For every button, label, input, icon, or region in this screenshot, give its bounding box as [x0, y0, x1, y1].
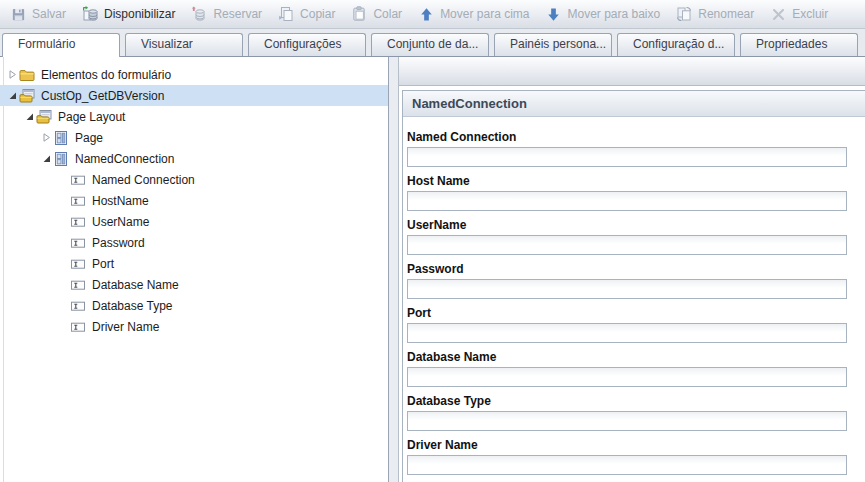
- reserve-icon: [191, 6, 207, 22]
- tab-conjunto-de-da[interactable]: Conjunto de da...: [371, 33, 489, 56]
- toolbar-button-label: Renomear: [698, 7, 754, 21]
- textfield-icon: [70, 319, 86, 335]
- toolbar-button-label: Disponibilizar: [104, 7, 175, 21]
- tree-item-username[interactable]: UserName: [0, 211, 388, 232]
- expander-expanded-icon[interactable]: [23, 112, 36, 121]
- panel-splitter[interactable]: [389, 57, 399, 482]
- tree-item-label: Database Name: [92, 278, 179, 292]
- rename-icon: [676, 6, 692, 22]
- expander-collapsed-icon[interactable]: [40, 133, 53, 142]
- named-connection-panel: NamedConnection Named ConnectionHost Nam…: [402, 90, 865, 482]
- toolbar-button-disponibilizar[interactable]: Disponibilizar: [82, 6, 175, 22]
- folder-icon: [19, 67, 35, 83]
- arrow-up-icon: [418, 6, 434, 22]
- tab-propriedades[interactable]: Propriedades: [740, 33, 858, 56]
- textfield-icon: [70, 235, 86, 251]
- form-field-host-name: Host Name: [407, 174, 865, 211]
- field-label: Password: [407, 262, 865, 276]
- field-input-database-name[interactable]: [407, 367, 847, 387]
- editor-panel: NamedConnection Named ConnectionHost Nam…: [399, 57, 865, 482]
- field-input-host-name[interactable]: [407, 191, 847, 211]
- form-field-database-type: Database Type: [407, 394, 865, 431]
- arrow-down-icon: [546, 6, 562, 22]
- field-input-password[interactable]: [407, 279, 847, 299]
- toolbar-button-colar: Colar: [351, 6, 402, 22]
- toolbar-button-label: Salvar: [32, 7, 66, 21]
- textfield-icon: [70, 277, 86, 293]
- tab-configuracao-d[interactable]: Configuração d...: [617, 33, 735, 56]
- tab-visualizar[interactable]: Visualizar: [125, 33, 243, 56]
- toolbar-button-salvar: Salvar: [10, 6, 66, 22]
- tree-item-label: Elementos do formulário: [41, 68, 171, 82]
- expander-expanded-icon[interactable]: [40, 154, 53, 163]
- tree-item-database-type[interactable]: Database Type: [0, 295, 388, 316]
- tree-item-label: HostName: [92, 194, 149, 208]
- tree-item-label: Named Connection: [92, 173, 195, 187]
- paste-icon: [351, 6, 367, 22]
- tree-item-label: Driver Name: [92, 320, 159, 334]
- toolbar-button-copiar: Copiar: [278, 6, 335, 22]
- tab-paineis-persona[interactable]: Painéis persona...: [494, 33, 612, 56]
- tree-item-label: Password: [92, 236, 145, 250]
- copy-icon: [278, 6, 294, 22]
- editor-header-strip: [399, 57, 865, 86]
- toolbar-button-label: Mover para cima: [440, 7, 529, 21]
- form-icon: [36, 109, 52, 125]
- field-label: Named Connection: [407, 130, 865, 144]
- tab-formulario[interactable]: Formulário: [2, 33, 120, 57]
- tree-item-page-layout[interactable]: Page Layout: [0, 106, 388, 127]
- form-icon: [19, 88, 35, 104]
- field-label: Port: [407, 306, 865, 320]
- toolbar-button-label: Mover para baixo: [568, 7, 661, 21]
- toolbar-button-label: Colar: [373, 7, 402, 21]
- expander-collapsed-icon[interactable]: [6, 70, 19, 79]
- tree-item-label: CustOp_GetDBVersion: [41, 89, 164, 103]
- tree-item-elementos-do-formulario[interactable]: Elementos do formulário: [0, 64, 388, 85]
- toolbar: SalvarDisponibilizarReservarCopiarColarM…: [0, 0, 865, 29]
- connection-form: Named ConnectionHost NameUserNamePasswor…: [403, 117, 865, 475]
- tree-item-namedconnection[interactable]: NamedConnection: [0, 148, 388, 169]
- textfield-icon: [70, 256, 86, 272]
- toolbar-button-excluir: Excluir: [770, 6, 828, 22]
- tab-configuracoes[interactable]: Configurações: [248, 33, 366, 56]
- delete-icon: [770, 6, 786, 22]
- save-icon: [10, 6, 26, 22]
- field-input-username[interactable]: [407, 235, 847, 255]
- toolbar-button-mover-para-baixo: Mover para baixo: [546, 6, 661, 22]
- main-area: Elementos do formulárioCustOp_GetDBVersi…: [0, 57, 865, 482]
- toolbar-button-renomear: Renomear: [676, 6, 754, 22]
- tree-item-custop-getdbversion[interactable]: CustOp_GetDBVersion: [0, 85, 388, 106]
- tree-item-label: UserName: [92, 215, 149, 229]
- tree-item-driver-name[interactable]: Driver Name: [0, 316, 388, 337]
- field-input-port[interactable]: [407, 323, 847, 343]
- grid-icon: [53, 130, 69, 146]
- toolbar-button-reservar: Reservar: [191, 6, 262, 22]
- form-field-named-connection: Named Connection: [407, 130, 865, 167]
- form-elements-tree: Elementos do formulárioCustOp_GetDBVersi…: [0, 57, 389, 482]
- app-window: SalvarDisponibilizarReservarCopiarColarM…: [0, 0, 865, 482]
- toolbar-button-label: Excluir: [792, 7, 828, 21]
- tree-item-password[interactable]: Password: [0, 232, 388, 253]
- expander-expanded-icon[interactable]: [6, 91, 19, 100]
- textfield-icon: [70, 172, 86, 188]
- tree-item-page[interactable]: Page: [0, 127, 388, 148]
- grid-icon: [53, 151, 69, 167]
- tree-item-database-name[interactable]: Database Name: [0, 274, 388, 295]
- tree-item-label: NamedConnection: [75, 152, 174, 166]
- form-field-username: UserName: [407, 218, 865, 255]
- form-field-password: Password: [407, 262, 865, 299]
- toolbar-button-mover-para-cima: Mover para cima: [418, 6, 529, 22]
- tree-item-named-connection[interactable]: Named Connection: [0, 169, 388, 190]
- field-label: Database Name: [407, 350, 865, 364]
- panel-title: NamedConnection: [403, 91, 865, 117]
- form-field-database-name: Database Name: [407, 350, 865, 387]
- field-input-driver-name[interactable]: [407, 455, 847, 475]
- tree-item-hostname[interactable]: HostName: [0, 190, 388, 211]
- field-label: Host Name: [407, 174, 865, 188]
- field-input-named-connection[interactable]: [407, 147, 847, 167]
- textfield-icon: [70, 214, 86, 230]
- tree-item-port[interactable]: Port: [0, 253, 388, 274]
- form-field-driver-name: Driver Name: [407, 438, 865, 475]
- tree-item-label: Database Type: [92, 299, 173, 313]
- field-input-database-type[interactable]: [407, 411, 847, 431]
